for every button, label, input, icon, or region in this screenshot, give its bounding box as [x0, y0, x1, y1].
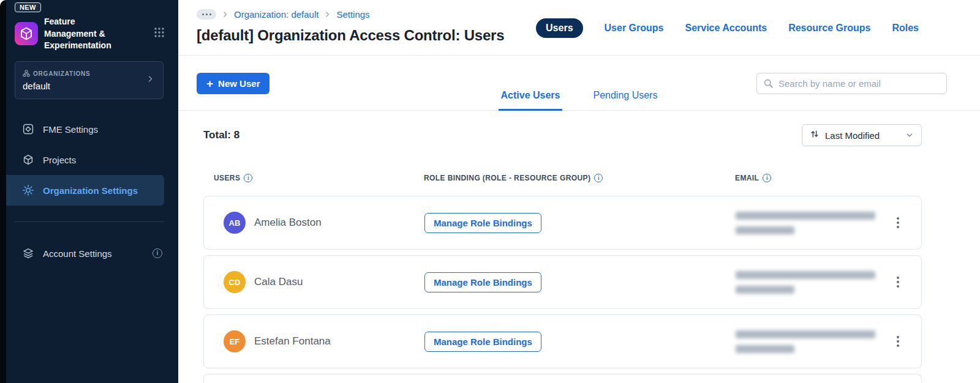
organization-icon: [23, 70, 30, 78]
product-name: Feature Management & Experimentation: [44, 16, 120, 52]
column-email: EMAIL: [735, 174, 759, 182]
tab-service-accounts[interactable]: Service Accounts: [685, 23, 767, 34]
row-menu-button[interactable]: [888, 272, 908, 292]
search-icon: [763, 78, 774, 89]
user-name: Amelia Boston: [254, 217, 322, 229]
new-badge: NEW: [15, 2, 41, 12]
sidebar-item-projects[interactable]: Projects: [6, 144, 178, 175]
manage-role-bindings-button[interactable]: Manage Role Bindings: [424, 332, 541, 352]
sidebar: NEW Feature Management & Experimentation: [6, 0, 178, 383]
table-row: EF Estefan Fontana Manage Role Bindings: [203, 314, 922, 368]
column-role-binding: ROLE BINDING (ROLE - RESOURCE GROUP): [424, 174, 590, 182]
search-input[interactable]: [778, 78, 940, 89]
column-users: USERS: [214, 174, 240, 182]
info-icon[interactable]: i: [153, 248, 162, 258]
sort-arrows-icon: [810, 129, 820, 141]
sidebar-item-label: Projects: [43, 155, 76, 165]
sort-dropdown[interactable]: Last Modified: [802, 124, 922, 146]
sidebar-item-label: Organization Settings: [43, 185, 138, 196]
row-menu-button[interactable]: [888, 332, 908, 351]
table-row: AB Amelia Boston Manage Role Bindings: [203, 196, 922, 250]
window-edge: [0, 0, 6, 383]
email-redacted: [736, 212, 888, 234]
organization-selector-label: ORGANIZATIONS: [33, 70, 91, 77]
page-title: [default] Organization Access Control: U…: [197, 27, 504, 44]
manage-role-bindings-button[interactable]: Manage Role Bindings: [424, 213, 541, 233]
organization-selector[interactable]: ORGANIZATIONS default: [15, 61, 164, 99]
row-menu-button[interactable]: [888, 213, 908, 232]
user-view-tabs: Active Users Pending Users: [499, 90, 660, 111]
total-count: Total: 8: [203, 129, 239, 141]
breadcrumb-settings-link[interactable]: Settings: [336, 9, 369, 20]
projects-icon: [22, 154, 34, 166]
info-icon[interactable]: i: [244, 174, 252, 182]
tab-users[interactable]: Users: [536, 18, 582, 38]
new-user-button-label: New User: [218, 78, 260, 89]
users-table: AB Amelia Boston Manage Role Bindings CD…: [203, 196, 922, 383]
gear-icon: [22, 184, 34, 196]
tab-resource-groups[interactable]: Resource Groups: [788, 23, 870, 34]
breadcrumb: Organization: default Settings: [197, 9, 370, 20]
sidebar-item-label: Account Settings: [43, 248, 112, 259]
chevron-right-icon: [146, 74, 156, 86]
table-header: USERS i ROLE BINDING (ROLE - RESOURCE GR…: [203, 174, 922, 182]
chevron-down-icon: [905, 131, 914, 139]
access-control-tabs: Users User Groups Service Accounts Resou…: [536, 18, 919, 38]
fme-icon: [22, 123, 34, 135]
toolbar: + New User Active Users Pending Users: [178, 56, 980, 111]
info-icon[interactable]: i: [763, 174, 771, 182]
chevron-right-icon: [222, 11, 228, 18]
email-redacted: [736, 330, 888, 353]
avatar: EF: [224, 330, 246, 352]
user-name: Estefan Fontana: [254, 335, 331, 348]
tab-user-groups[interactable]: User Groups: [605, 23, 664, 34]
tab-pending-users[interactable]: Pending Users: [591, 90, 660, 111]
avatar: AB: [224, 212, 246, 234]
table-row: CD Cala Dasu Manage Role Bindings: [203, 255, 922, 309]
breadcrumb-org-link[interactable]: Organization: default: [234, 9, 318, 20]
sort-selected-value: Last Modified: [825, 130, 900, 141]
table-row: [203, 374, 922, 383]
tab-roles[interactable]: Roles: [892, 23, 919, 34]
avatar: CD: [224, 271, 246, 293]
manage-role-bindings-button[interactable]: Manage Role Bindings: [424, 272, 541, 292]
sidebar-item-label: FME Settings: [43, 124, 98, 135]
users-list-section: Total: 8 Last Modified USERS i: [178, 124, 980, 383]
breadcrumb-overflow-button[interactable]: [197, 9, 216, 20]
info-icon[interactable]: i: [594, 174, 603, 182]
sidebar-nav: FME Settings Projects Organization Setti…: [6, 114, 178, 269]
search-box: [756, 73, 947, 94]
organization-selector-value: default: [23, 81, 146, 91]
user-name: Cala Dasu: [254, 276, 303, 288]
sidebar-item-organization-settings[interactable]: Organization Settings: [6, 175, 164, 206]
tab-active-users[interactable]: Active Users: [499, 90, 563, 111]
main-content: Organization: default Settings [default]…: [178, 0, 980, 383]
brand: Feature Management & Experimentation: [15, 16, 178, 52]
sidebar-item-account-settings[interactable]: Account Settings i: [6, 238, 178, 269]
new-user-button[interactable]: + New User: [197, 73, 270, 94]
product-logo-icon: [15, 22, 38, 45]
apps-grid-icon[interactable]: [154, 27, 165, 40]
email-redacted: [736, 271, 888, 294]
page-header: Organization: default Settings [default]…: [178, 0, 980, 56]
layers-icon: [22, 247, 34, 259]
plus-icon: +: [206, 78, 213, 89]
chevron-right-icon: [324, 11, 331, 18]
sidebar-divider: [15, 221, 164, 222]
sidebar-item-fme-settings[interactable]: FME Settings: [6, 114, 178, 144]
